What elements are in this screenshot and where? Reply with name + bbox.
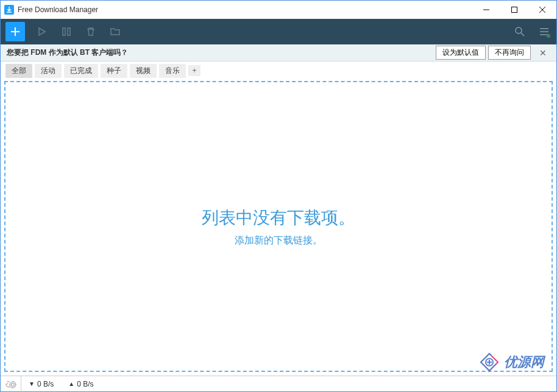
open-folder-button[interactable] bbox=[108, 24, 122, 39]
upload-arrow-icon: ▲ bbox=[68, 380, 74, 387]
svg-rect-3 bbox=[68, 28, 70, 35]
upload-speed: ▲ 0 B/s bbox=[61, 380, 101, 388]
drop-zone[interactable]: 列表中没有下载项。 添加新的下载链接。 bbox=[4, 81, 553, 372]
svg-point-4 bbox=[516, 27, 522, 33]
maximize-button[interactable] bbox=[500, 1, 528, 19]
dont-ask-button[interactable]: 不再询问 bbox=[488, 46, 531, 60]
menu-button[interactable] bbox=[537, 24, 552, 39]
titlebar: Free Download Manager bbox=[1, 1, 556, 19]
svg-point-5 bbox=[10, 382, 16, 388]
tab-active[interactable]: 活动 bbox=[35, 64, 62, 78]
tab-music[interactable]: 音乐 bbox=[159, 64, 186, 78]
minimize-button[interactable] bbox=[472, 1, 500, 19]
default-client-notice: 您要把 FDM 作为默认 BT 客户端吗？ 设为默认值 不再询问 ✕ bbox=[1, 44, 556, 61]
empty-state-title: 列表中没有下载项。 bbox=[202, 206, 355, 229]
search-button[interactable] bbox=[513, 24, 527, 39]
pause-all-button[interactable] bbox=[59, 24, 74, 39]
svg-rect-2 bbox=[63, 28, 65, 35]
start-button[interactable] bbox=[35, 24, 49, 39]
window-title: Free Download Manager bbox=[18, 5, 98, 14]
tab-all[interactable]: 全部 bbox=[5, 64, 32, 78]
download-speed: ▼ 0 B/s bbox=[21, 380, 61, 388]
toolbar bbox=[1, 19, 556, 44]
tab-completed[interactable]: 已完成 bbox=[64, 64, 98, 78]
download-arrow-icon: ▼ bbox=[29, 380, 35, 387]
download-speed-value: 0 B/s bbox=[37, 380, 54, 388]
tab-torrents[interactable]: 种子 bbox=[101, 64, 127, 78]
close-button[interactable] bbox=[528, 1, 556, 19]
set-default-button[interactable]: 设为默认值 bbox=[436, 46, 486, 60]
filter-tabs: 全部 活动 已完成 种子 视频 音乐 + bbox=[1, 61, 556, 77]
svg-rect-1 bbox=[512, 7, 517, 13]
main-area: 列表中没有下载项。 添加新的下载链接。 bbox=[1, 77, 556, 376]
notice-text: 您要把 FDM 作为默认 BT 客户端吗？ bbox=[7, 47, 128, 58]
delete-button[interactable] bbox=[83, 24, 98, 39]
add-download-button[interactable] bbox=[5, 22, 25, 41]
notice-close-button[interactable]: ✕ bbox=[536, 48, 550, 58]
speed-limit-button[interactable] bbox=[1, 376, 21, 392]
add-tab-button[interactable]: + bbox=[188, 65, 200, 76]
app-icon bbox=[4, 5, 14, 15]
notification-dot-icon bbox=[547, 34, 550, 38]
add-download-link[interactable]: 添加新的下载链接。 bbox=[235, 234, 322, 247]
status-bar: ▼ 0 B/s ▲ 0 B/s bbox=[1, 376, 556, 391]
tab-video[interactable]: 视频 bbox=[130, 64, 157, 78]
upload-speed-value: 0 B/s bbox=[77, 380, 93, 388]
svg-point-6 bbox=[11, 383, 14, 386]
